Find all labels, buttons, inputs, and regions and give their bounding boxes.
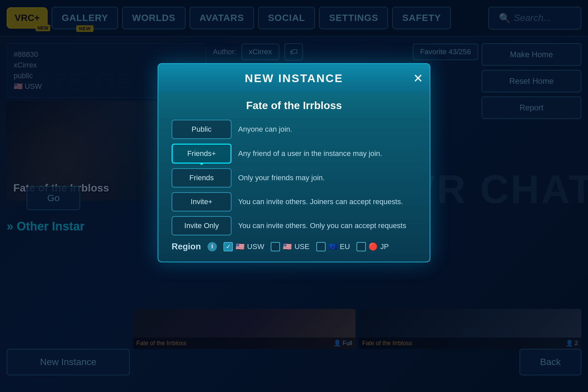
invite-plus-desc: You can invite others. Joiners can accep… [238,197,403,206]
eu-flag-icon: 🇪🇺 [328,242,337,251]
region-option-use: 🇺🇸 USE [271,242,309,251]
modal-close-button[interactable]: ✕ [413,72,423,84]
instance-option-invite-only: Invite Only You can invite others. Only … [172,216,416,235]
region-checkbox-usw[interactable]: ✓ [223,242,233,251]
friends-button[interactable]: Friends [172,168,231,188]
region-option-eu: 🇪🇺 EU [316,242,350,251]
region-section: Region i ✓ 🇺🇸 USW 🇺🇸 USE [172,241,416,252]
jp-flag-icon: 🔴 [368,242,377,251]
invite-only-button[interactable]: Invite Only [172,216,231,235]
eu-label: EU [340,242,350,251]
new-instance-modal: NEW INSTANCE ✕ Fate of the Irrbloss Publ… [158,63,430,262]
usw-label: USW [247,242,264,251]
region-option-jp: 🔴 JP [357,242,389,251]
use-flag-icon: 🇺🇸 [283,242,292,251]
modal-body: Fate of the Irrbloss Public Anyone can j… [158,93,430,262]
public-desc: Anyone can join. [238,125,292,134]
region-info-button[interactable]: i [208,242,217,251]
invite-plus-label: Invite+ [191,197,212,206]
invite-only-label: Invite Only [184,221,219,230]
modal-header: NEW INSTANCE ✕ [158,64,430,93]
friends-plus-desc: Any friend of a user in the instance may… [238,149,382,158]
instance-option-friends-plus: Friends+ Any friend of a user in the ins… [172,144,416,164]
region-checkbox-eu[interactable] [316,242,326,251]
modal-world-name: Fate of the Irrbloss [172,99,416,112]
checkmark-icon: ✓ [226,243,231,250]
modal-title: NEW INSTANCE [245,72,343,84]
close-icon: ✕ [413,71,423,85]
invite-only-desc: You can invite others. Only you can acce… [238,221,406,230]
friends-plus-button[interactable]: Friends+ [172,144,231,164]
friends-label: Friends [189,174,214,182]
jp-label: JP [380,242,389,251]
invite-plus-button[interactable]: Invite+ [172,192,231,211]
instance-option-invite-plus: Invite+ You can invite others. Joiners c… [172,192,416,211]
public-label: Public [192,125,212,133]
public-button[interactable]: Public [172,120,231,139]
region-label: Region [172,241,201,252]
friends-plus-label: Friends+ [187,149,216,158]
region-option-usw: ✓ 🇺🇸 USW [223,242,264,251]
modal-overlay: NEW INSTANCE ✕ Fate of the Irrbloss Publ… [0,0,588,392]
instance-option-friends: Friends Only your friends may join. [172,168,416,188]
use-label: USE [294,242,309,251]
region-checkbox-jp[interactable] [357,242,366,251]
instance-option-public: Public Anyone can join. [172,120,416,139]
region-checkbox-use[interactable] [271,242,280,251]
usw-flag-icon: 🇺🇸 [235,242,244,251]
friends-desc: Only your friends may join. [238,174,325,182]
